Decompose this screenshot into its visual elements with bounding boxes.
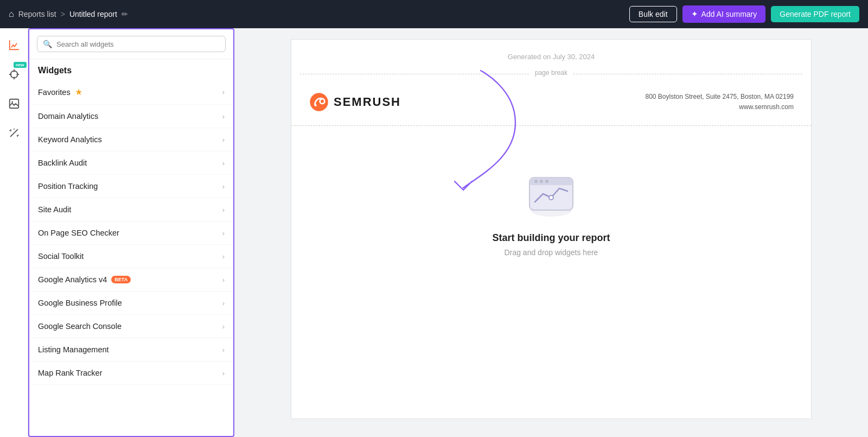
chevron-right-icon: › <box>222 159 225 167</box>
widget-item-google-analytics[interactable]: Google Analytics v4 beta › <box>29 268 233 292</box>
bulk-edit-button[interactable]: Bulk edit <box>629 6 677 22</box>
chevron-right-icon: › <box>222 182 225 191</box>
topbar: ⌂ Reports list > Untitled report ✏ Bulk … <box>0 0 868 28</box>
chevron-right-icon: › <box>222 276 225 284</box>
beta-badge: beta <box>111 276 131 283</box>
wand-icon-btn[interactable] <box>4 123 24 143</box>
topbar-right: Bulk edit ✦ Add AI summary Generate PDF … <box>629 5 859 23</box>
search-input-wrapper[interactable]: 🔍 <box>37 36 226 52</box>
empty-state-subtitle: Drag and drop widgets here <box>505 248 598 257</box>
breadcrumb-separator: > <box>61 10 65 18</box>
google-analytics-label: Google Analytics v4 <box>38 275 107 284</box>
chevron-right-icon: › <box>222 299 225 307</box>
report-area: Generated on July 30, 2024 page break <box>291 39 812 419</box>
site-audit-label: Site Audit <box>38 205 71 214</box>
logo-address-line2: www.semrush.com <box>645 102 794 112</box>
chevron-right-icon: › <box>222 112 225 121</box>
widget-item-backlink-audit[interactable]: Backlink Audit › <box>29 151 233 175</box>
on-page-seo-label: On Page SEO Checker <box>38 229 119 237</box>
keyword-analytics-label: Keyword Analytics <box>38 135 102 144</box>
sidebar-icons: new <box>0 28 28 437</box>
page-break-label: page break <box>529 69 573 77</box>
widgets-panel: 🔍 Widgets Favorites ★ › Domain Analytics… <box>28 28 234 437</box>
svg-point-9 <box>315 104 317 106</box>
chevron-right-icon: › <box>222 88 225 96</box>
widget-item-keyword-analytics[interactable]: Keyword Analytics › <box>29 128 233 151</box>
logo-address-line1: 800 Boylston Street, Suite 2475, Boston,… <box>645 92 794 102</box>
semrush-logo: SEMRUSH <box>309 92 401 112</box>
chevron-right-icon: › <box>222 229 225 237</box>
widget-item-google-business[interactable]: Google Business Profile › <box>29 292 233 315</box>
chart-icon <box>8 39 20 51</box>
empty-state: Start building your report Drag and drop… <box>291 126 811 289</box>
report-wrapper: Generated on July 30, 2024 page break <box>234 39 868 419</box>
chevron-right-icon: › <box>222 252 225 261</box>
main-layout: new 🔍 Widgets <box>0 28 868 437</box>
svg-line-7 <box>10 130 17 137</box>
chart-icon-btn[interactable] <box>4 35 24 55</box>
listing-management-label: Listing Management <box>38 345 109 354</box>
svg-point-15 <box>540 180 543 183</box>
widget-item-favorites[interactable]: Favorites ★ › <box>29 80 233 105</box>
widget-item-google-search-console[interactable]: Google Search Console › <box>29 315 233 338</box>
generate-pdf-button[interactable]: Generate PDF report <box>771 6 859 22</box>
chevron-right-icon: › <box>222 322 225 331</box>
empty-state-illustration <box>524 169 578 224</box>
search-icon: 🔍 <box>43 40 52 48</box>
svg-point-6 <box>11 101 13 103</box>
home-icon[interactable]: ⌂ <box>9 9 14 19</box>
crosshair-icon-btn[interactable]: new <box>4 64 24 85</box>
empty-state-title: Start building your report <box>492 232 610 244</box>
star-icon: ★ <box>75 87 82 97</box>
widget-item-map-rank-tracker[interactable]: Map Rank Tracker › <box>29 362 233 385</box>
widget-item-on-page-seo[interactable]: On Page SEO Checker › <box>29 221 233 245</box>
svg-point-17 <box>549 195 553 200</box>
google-search-console-label: Google Search Console <box>38 322 122 331</box>
crosshair-icon <box>8 68 20 80</box>
chevron-right-icon: › <box>222 136 225 144</box>
ai-summary-button[interactable]: ✦ Add AI summary <box>682 5 766 23</box>
generated-date: Generated on July 30, 2024 <box>291 40 811 69</box>
map-rank-tracker-label: Map Rank Tracker <box>38 369 102 377</box>
domain-analytics-label: Domain Analytics <box>38 112 98 121</box>
position-tracking-label: Position Tracking <box>38 182 98 191</box>
logo-header: SEMRUSH 800 Boylston Street, Suite 2475,… <box>291 79 811 126</box>
edit-icon[interactable]: ✏ <box>122 10 128 18</box>
google-business-label: Google Business Profile <box>38 299 122 307</box>
widgets-search: 🔍 <box>29 29 233 59</box>
svg-point-8 <box>310 93 328 111</box>
new-badge: new <box>14 62 27 68</box>
svg-point-0 <box>10 71 17 78</box>
logo-address: 800 Boylston Street, Suite 2475, Boston,… <box>645 92 794 112</box>
favorites-label: Favorites <box>38 88 71 97</box>
svg-point-14 <box>534 180 538 183</box>
social-toolkit-label: Social Toolkit <box>38 252 84 261</box>
image-icon <box>8 98 20 110</box>
widget-item-site-audit[interactable]: Site Audit › <box>29 198 233 221</box>
widgets-list: Favorites ★ › Domain Analytics › Keyword… <box>29 80 233 436</box>
chevron-right-icon: › <box>222 369 225 377</box>
widget-item-domain-analytics[interactable]: Domain Analytics › <box>29 105 233 128</box>
reports-list-link[interactable]: Reports list <box>18 10 56 18</box>
content-area: Generated on July 30, 2024 page break <box>234 28 868 437</box>
semrush-icon <box>309 92 329 112</box>
report-title: Untitled report <box>69 10 117 18</box>
semrush-logo-text: SEMRUSH <box>334 95 401 109</box>
widget-item-left: Favorites ★ <box>38 87 82 97</box>
svg-point-16 <box>545 180 548 183</box>
widget-item-social-toolkit[interactable]: Social Toolkit › <box>29 245 233 268</box>
backlink-audit-label: Backlink Audit <box>38 159 87 167</box>
widgets-title: Widgets <box>29 59 233 80</box>
widget-item-position-tracking[interactable]: Position Tracking › <box>29 175 233 198</box>
sparkle-icon: ✦ <box>691 9 698 19</box>
topbar-left: ⌂ Reports list > Untitled report ✏ <box>9 9 128 19</box>
image-icon-btn[interactable] <box>4 93 24 114</box>
wand-icon <box>8 127 20 139</box>
page-break-section: page break <box>291 69 811 79</box>
search-input[interactable] <box>56 40 220 48</box>
widget-item-listing-management[interactable]: Listing Management › <box>29 338 233 362</box>
chevron-right-icon: › <box>222 206 225 214</box>
chevron-right-icon: › <box>222 346 225 354</box>
